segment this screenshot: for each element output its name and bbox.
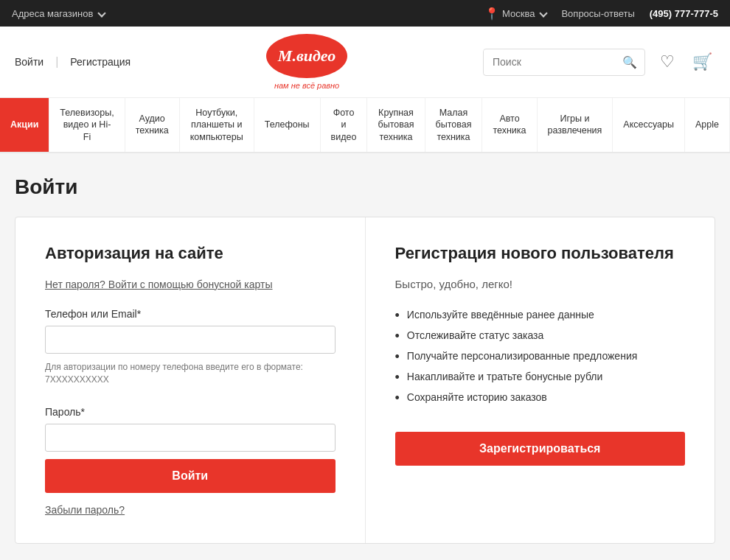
main-content: Войти Авторизация на сайте Нет пароля? В… (0, 153, 730, 560)
nav-item-apple[interactable]: Apple (685, 98, 730, 152)
header: Войти | Регистрация М.видео нам не всё р… (0, 27, 730, 98)
city-chevron-icon (540, 9, 548, 17)
register-button[interactable]: Зарегистрироваться (395, 432, 686, 466)
store-label: Адреса магазинов (12, 8, 93, 19)
login-button[interactable]: Войти (45, 459, 336, 493)
benefit-5: Сохраняйте историю заказов (395, 388, 686, 408)
nav-item-large-appliances[interactable]: Крупная бытовая техника (367, 98, 425, 152)
nav-item-sales[interactable]: Акции (0, 98, 49, 152)
nav-bar: Акции Телевизоры, видео и Hi-Fi Аудио те… (0, 98, 730, 153)
nav-item-accessories[interactable]: Аксессуары (613, 98, 685, 152)
logo[interactable]: М.видео нам не всё равно (266, 34, 347, 90)
register-subtitle: Быстро, удобно, легко! (395, 278, 686, 290)
help-link[interactable]: Вопросы-ответы (561, 8, 634, 19)
phone-hint: Для авторизации по номеру телефона введи… (45, 361, 336, 386)
pin-icon: 📍 (484, 7, 499, 21)
login-link[interactable]: Войти (15, 56, 44, 68)
wishlist-button[interactable]: ♡ (657, 49, 678, 74)
login-card: Авторизация на сайте Нет пароля? Войти с… (15, 217, 715, 545)
register-section-title: Регистрация нового пользователя (395, 244, 686, 263)
benefit-4: Накапливайте и тратьте бонусные рубли (395, 367, 686, 388)
register-link[interactable]: Регистрация (70, 56, 131, 68)
top-bar-right: 📍 Москва Вопросы-ответы (495) 777-777-5 (484, 7, 718, 21)
chevron-down-icon (98, 9, 106, 17)
nav-item-small-appliances[interactable]: Малая бытовая техника (425, 98, 483, 152)
logo-tagline: нам не всё равно (266, 81, 347, 90)
header-right: 🔍 ♡ 🛒 (483, 49, 715, 76)
phone-email-label: Телефон или Email* (45, 308, 336, 320)
brand-name: М.видео (278, 48, 336, 64)
cart-button[interactable]: 🛒 (689, 49, 715, 74)
benefit-3: Получайте персонализированные предложени… (395, 346, 686, 367)
logo-oval: М.видео (266, 34, 347, 78)
register-section: Регистрация нового пользователя Быстро, … (366, 217, 715, 544)
city-selector[interactable]: 📍 Москва (484, 7, 546, 21)
nav-item-auto[interactable]: Авто техника (482, 98, 537, 152)
nav-item-tv[interactable]: Телевизоры, видео и Hi-Fi (49, 98, 125, 152)
nav-item-laptops[interactable]: Ноутбуки, планшеты и компьютеры (180, 98, 254, 152)
search-input[interactable] (484, 50, 615, 74)
bonus-card-link[interactable]: Нет пароля? Войти с помощью бонусной кар… (45, 279, 273, 290)
benefit-2: Отслеживайте статус заказа (395, 326, 686, 346)
password-input[interactable] (45, 424, 336, 452)
city-name: Москва (502, 8, 535, 19)
login-section: Авторизация на сайте Нет пароля? Войти с… (15, 217, 366, 544)
benefits-list: Используйте введённые ранее данные Отсле… (395, 305, 686, 408)
nav-item-audio[interactable]: Аудио техника (125, 98, 180, 152)
search-box[interactable]: 🔍 (483, 49, 645, 76)
search-button[interactable]: 🔍 (615, 49, 644, 75)
login-section-title: Авторизация на сайте (45, 244, 336, 263)
password-label: Пароль* (45, 406, 336, 418)
nav-item-games[interactable]: Игры и развлечения (538, 98, 613, 152)
page-title: Войти (15, 175, 715, 199)
header-auth-links: Войти | Регистрация (15, 55, 131, 69)
nav-item-photo[interactable]: Фото и видео (321, 98, 368, 152)
phone-email-input[interactable] (45, 326, 336, 354)
divider: | (55, 55, 58, 69)
stores-link[interactable]: Адреса магазинов (12, 8, 105, 19)
forgot-password-link[interactable]: Забыли пароль? (45, 504, 125, 516)
nav-item-phones[interactable]: Телефоны (254, 98, 321, 152)
benefit-1: Используйте введённые ранее данные (395, 305, 686, 326)
phone-number: (495) 777-777-5 (650, 8, 718, 19)
top-bar: Адреса магазинов 📍 Москва Вопросы-ответы… (0, 0, 730, 27)
